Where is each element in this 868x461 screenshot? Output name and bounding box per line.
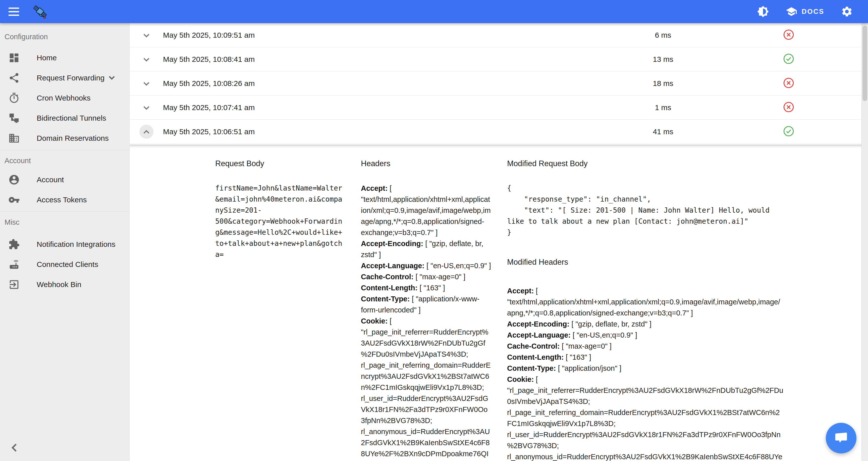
chevron-down-icon bbox=[141, 53, 152, 65]
header-entry: Accept:[ "text/html,application/xhtml+xm… bbox=[361, 183, 492, 238]
header-entry: Content-Type:[ "application/x-www-form-u… bbox=[361, 293, 492, 315]
headers-column: Headers Accept:[ "text/html,application/… bbox=[361, 159, 492, 461]
sidebar-item-webhook-bin[interactable]: Webhook Bin bbox=[0, 275, 129, 295]
sidebar-item-label: Connected Clients bbox=[37, 260, 98, 269]
sidebar-item-bidirectional-tunnels[interactable]: Bidirectional Tunnels bbox=[0, 108, 129, 128]
sidebar-item-home[interactable]: Home bbox=[0, 48, 129, 68]
request-timestamp: May 5th 2025, 10:08:26 am bbox=[163, 79, 610, 88]
request-timestamp: May 5th 2025, 10:09:51 am bbox=[163, 31, 610, 39]
header-entry: Accept-Encoding:[ "gzip, deflate, br, zs… bbox=[507, 318, 783, 329]
request-duration: 18 ms bbox=[610, 79, 716, 88]
sidebar-item-label: Home bbox=[37, 54, 57, 62]
sidebar-item-label: Cron Webhooks bbox=[37, 94, 91, 102]
request-duration: 13 ms bbox=[610, 55, 716, 64]
exit-to-app-icon bbox=[8, 279, 20, 291]
sidebar: Configuration Home Request Forwarding Cr… bbox=[0, 23, 130, 461]
headers-title: Headers bbox=[361, 159, 492, 169]
request-timestamp: May 5th 2025, 10:08:41 am bbox=[163, 55, 610, 64]
expand-row-button[interactable] bbox=[140, 52, 153, 66]
request-body-title: Request Body bbox=[215, 159, 346, 169]
table-row[interactable]: May 5th 2025, 10:08:41 am 13 ms bbox=[130, 47, 862, 71]
sidebar-item-label: Account bbox=[37, 175, 64, 184]
section-label-configuration: Configuration bbox=[0, 28, 129, 46]
sidebar-item-label: Notification Integrations bbox=[37, 240, 116, 249]
headers-list: Accept:[ "text/html,application/xhtml+xm… bbox=[361, 183, 492, 461]
request-timestamp: May 5th 2025, 10:06:51 am bbox=[163, 127, 610, 136]
request-detail-panel: Request Body firstName=John&lastName=Wal… bbox=[130, 145, 862, 461]
account-circle-icon bbox=[8, 174, 20, 186]
modified-headers-list: Accept:[ "text/html,application/xhtml+xm… bbox=[507, 285, 783, 461]
success-status-icon bbox=[783, 53, 795, 66]
request-body-content: firstName=John&lastName=Walter&email=joh… bbox=[215, 183, 346, 260]
section-label-account: Account bbox=[0, 151, 129, 170]
sidebar-item-domain-reservations[interactable]: Domain Reservations bbox=[0, 128, 129, 148]
collapse-row-button[interactable] bbox=[140, 125, 153, 139]
header-entry: Accept-Encoding:[ "gzip, deflate, br, zs… bbox=[361, 238, 492, 260]
chevron-left-icon bbox=[8, 442, 21, 454]
router-icon bbox=[8, 258, 20, 270]
header-entry: Cookie:[ "rl_page_init_referrer=RudderEn… bbox=[361, 315, 492, 461]
app-root: DOCS Configuration Home Request Forwardi… bbox=[0, 0, 868, 461]
request-body-column: Request Body firstName=John&lastName=Wal… bbox=[215, 159, 346, 461]
docs-button[interactable]: DOCS bbox=[786, 6, 824, 17]
puzzle-icon bbox=[8, 238, 20, 250]
table-row[interactable]: May 5th 2025, 10:07:41 am 1 ms bbox=[130, 95, 862, 120]
sidebar-divider bbox=[0, 211, 129, 212]
chevron-down-icon bbox=[141, 78, 152, 89]
header-entry: Cache-Control:[ "max-age=0" ] bbox=[361, 271, 492, 282]
chevron-up-icon bbox=[141, 126, 152, 138]
table-row-expanded[interactable]: May 5th 2025, 10:06:51 am 41 ms bbox=[130, 120, 862, 144]
table-row[interactable]: May 5th 2025, 10:09:51 am 6 ms bbox=[130, 23, 862, 47]
chevron-down-icon[interactable] bbox=[106, 71, 118, 84]
expand-row-button[interactable] bbox=[140, 77, 153, 90]
chevron-down-icon bbox=[141, 102, 152, 114]
request-duration: 41 ms bbox=[610, 127, 716, 136]
error-status-icon bbox=[783, 101, 795, 114]
expand-row-button[interactable] bbox=[140, 28, 153, 42]
hub-icon bbox=[8, 72, 20, 84]
chevron-down-icon bbox=[141, 29, 152, 41]
modified-request-body-content: { "response_type": "in_channel", "text":… bbox=[507, 183, 783, 238]
request-log-table: May 5th 2025, 10:09:51 am 6 ms May 5th 2… bbox=[130, 23, 862, 461]
sidebar-item-label: Webhook Bin bbox=[37, 280, 82, 289]
graduation-cap-icon bbox=[786, 6, 797, 17]
scrollbar-thumb[interactable] bbox=[863, 26, 867, 101]
domain-icon bbox=[8, 132, 20, 144]
lan-icon bbox=[8, 112, 20, 124]
app-bar: DOCS bbox=[0, 0, 868, 23]
hamburger-menu-button[interactable] bbox=[8, 3, 25, 20]
header-entry: Cookie:[ "rl_page_init_referrer=RudderEn… bbox=[507, 374, 783, 461]
header-entry: Content-Type:[ "application/json" ] bbox=[507, 363, 783, 374]
request-duration: 6 ms bbox=[610, 31, 716, 39]
dashboard-icon bbox=[8, 52, 20, 64]
settings-button[interactable] bbox=[840, 5, 854, 18]
header-entry: Accept-Language:[ "en-US,en;q=0.9" ] bbox=[507, 329, 783, 341]
gear-icon bbox=[841, 5, 853, 18]
sidebar-item-label: Access Tokens bbox=[37, 196, 87, 204]
sidebar-item-label: Request Forwarding bbox=[37, 74, 104, 82]
sidebar-item-request-forwarding[interactable]: Request Forwarding bbox=[0, 68, 129, 88]
chat-support-button[interactable] bbox=[826, 423, 857, 454]
success-status-icon bbox=[783, 125, 795, 138]
modified-request-body-title: Modified Request Body bbox=[507, 159, 783, 169]
collapse-sidebar-button[interactable] bbox=[7, 441, 22, 455]
modified-request-column: Modified Request Body { "response_type":… bbox=[507, 159, 783, 461]
sidebar-item-access-tokens[interactable]: Access Tokens bbox=[0, 190, 129, 210]
sidebar-item-account[interactable]: Account bbox=[0, 170, 129, 190]
expand-row-button[interactable] bbox=[140, 100, 153, 115]
brightness-icon bbox=[757, 5, 769, 18]
sidebar-item-cron-webhooks[interactable]: Cron Webhooks bbox=[0, 88, 129, 108]
timer-icon bbox=[8, 92, 20, 104]
table-row[interactable]: May 5th 2025, 10:08:26 am 18 ms bbox=[130, 71, 862, 95]
error-status-icon bbox=[783, 77, 795, 90]
chat-bubble-icon bbox=[833, 430, 849, 446]
header-entry: Content-Length:[ "163" ] bbox=[361, 282, 492, 293]
vertical-scrollbar[interactable] bbox=[862, 23, 868, 461]
header-entry: Accept-Language:[ "en-US,en;q=0.9" ] bbox=[361, 260, 492, 271]
sidebar-item-connected-clients[interactable]: Connected Clients bbox=[0, 254, 129, 275]
sidebar-item-label: Bidirectional Tunnels bbox=[37, 114, 106, 122]
sidebar-item-notification-integrations[interactable]: Notification Integrations bbox=[0, 234, 129, 254]
sidebar-divider bbox=[0, 150, 129, 150]
theme-toggle-button[interactable] bbox=[756, 5, 770, 18]
request-duration: 1 ms bbox=[610, 103, 716, 112]
